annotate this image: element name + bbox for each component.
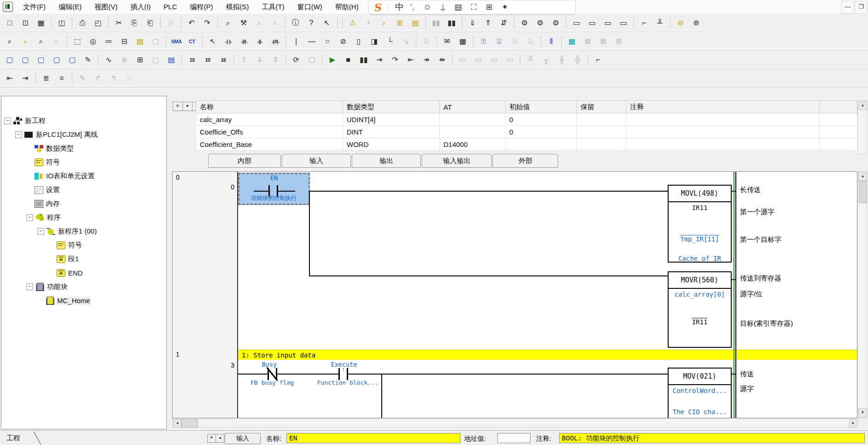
tree-item-段1[interactable]: 段1 bbox=[1, 252, 166, 266]
symbol-cell[interactable] bbox=[440, 113, 506, 126]
scroll-up-icon[interactable]: ▲ bbox=[858, 101, 867, 110]
scroll-down-icon[interactable]: ▼ bbox=[858, 409, 867, 417]
contact-no-icon[interactable]: -| |- bbox=[221, 34, 236, 49]
context-help-icon[interactable]: ↖ bbox=[319, 16, 335, 30]
data-trace-icon[interactable]: ⊞ bbox=[132, 53, 148, 67]
monitor-window-1-icon[interactable]: ▭ bbox=[569, 16, 584, 30]
instruction-movr[interactable]: MOVR(560) calc_array[0] IR11 bbox=[668, 271, 732, 348]
operand[interactable]: calc_array[0] bbox=[669, 291, 731, 298]
menu-item-9[interactable]: 帮助(H) bbox=[329, 1, 365, 13]
sim-skip-icon[interactable]: ⇻ bbox=[434, 53, 450, 67]
fb-tab-输入输出[interactable]: 输入输出 bbox=[422, 154, 492, 168]
symbol-cell[interactable]: Coefficie_Offs bbox=[196, 126, 343, 138]
undo-icon[interactable]: ↶ bbox=[184, 16, 199, 30]
return-corner-icon[interactable]: ⌐ bbox=[590, 53, 606, 67]
open-icon[interactable]: ⊡ bbox=[17, 16, 33, 30]
menu-item-5[interactable]: 编程(P) bbox=[184, 1, 220, 13]
operand[interactable]: Tmp_IR[11] bbox=[669, 235, 731, 243]
scroll-right-icon[interactable]: ► bbox=[849, 419, 857, 427]
list-view-2-icon[interactable]: ≡ bbox=[54, 71, 70, 86]
tree-item-内存[interactable]: 内存 bbox=[1, 197, 166, 211]
contact-or-nc-icon[interactable]: -|#|- bbox=[268, 34, 283, 49]
fb-tab-输入[interactable]: 输入 bbox=[282, 154, 351, 168]
download-symbols-icon[interactable]: ⍗ bbox=[491, 34, 507, 49]
keyboard-icon[interactable]: ▤ bbox=[454, 3, 462, 11]
operand[interactable]: IR11 bbox=[669, 318, 731, 326]
operand[interactable]: ControlWord... bbox=[669, 387, 731, 394]
address-field[interactable] bbox=[497, 433, 530, 443]
tree-expander-icon[interactable]: − bbox=[26, 214, 33, 221]
about-icon[interactable]: ⓘ bbox=[288, 16, 303, 30]
tree-expander-icon[interactable]: − bbox=[26, 283, 33, 290]
tree-item-IO表和单元设置[interactable]: IO表和单元设置 bbox=[1, 169, 166, 183]
window-mnemonic-icon[interactable]: ▢ bbox=[17, 53, 33, 67]
symbol-cell[interactable]: D14000 bbox=[440, 138, 506, 151]
close-io-bar-icon[interactable]: ✕ bbox=[207, 434, 216, 443]
upload-from-plc-icon[interactable]: ⇑ bbox=[480, 16, 496, 30]
monitor-window-4-icon[interactable]: ▭ bbox=[616, 16, 631, 30]
pause-icon[interactable]: ▮▮ bbox=[444, 16, 460, 30]
scroll-thumb[interactable] bbox=[859, 181, 867, 203]
find-icon[interactable]: ⌕ bbox=[220, 16, 236, 30]
download-to-plc-icon[interactable]: ⇓ bbox=[465, 16, 480, 30]
toolbox-icon[interactable]: ⊞ bbox=[486, 3, 492, 11]
show-ct-icon[interactable]: CT bbox=[184, 34, 200, 49]
compare-documents-icon[interactable]: ◫ bbox=[54, 16, 70, 30]
tree-item-设置[interactable]: 设置 bbox=[1, 183, 166, 197]
differential-jump-icon[interactable]: ⌐ bbox=[636, 16, 652, 30]
fb-tab-外部[interactable]: 外部 bbox=[493, 154, 558, 168]
zoom-in-icon[interactable]: ⌕ bbox=[2, 34, 17, 49]
redo-icon[interactable]: ↷ bbox=[199, 16, 215, 30]
comment-field[interactable]: BOOL: 功能块的控制执行 bbox=[559, 433, 865, 443]
zoom-out-icon[interactable]: ⌕ bbox=[33, 34, 49, 49]
program-mode-icon[interactable]: ⚙ bbox=[548, 16, 564, 30]
minimize-button[interactable]: — bbox=[841, 1, 854, 14]
tree-item-新程序1 (00)[interactable]: −新程序1 (00) bbox=[1, 224, 166, 238]
replace-icon[interactable]: ⚒ bbox=[236, 16, 251, 30]
ladder-hscrollbar[interactable]: ◄ ► bbox=[172, 418, 857, 427]
menu-item-7[interactable]: 工具(T) bbox=[256, 1, 291, 13]
symbol-cell[interactable]: 0 bbox=[506, 113, 577, 126]
radix-hex-icon[interactable]: 16 bbox=[216, 53, 231, 67]
restore-button[interactable]: ❐ bbox=[855, 1, 868, 14]
monitor-mode-icon[interactable]: ⚙ bbox=[532, 16, 548, 30]
search-error-icon[interactable]: ⌕ bbox=[376, 16, 392, 30]
custom-icon[interactable]: ✦ bbox=[501, 3, 508, 11]
compile-check-icon[interactable]: ⚠ bbox=[345, 16, 361, 30]
show-sma-icon[interactable]: SMA bbox=[169, 34, 184, 49]
tree-item-新工程[interactable]: −新工程 bbox=[1, 114, 166, 128]
menu-item-3[interactable]: 插入(I) bbox=[124, 1, 157, 13]
symbol-cell[interactable] bbox=[577, 138, 626, 151]
symbol-cell[interactable] bbox=[626, 138, 820, 151]
radix-signed-decimal-icon[interactable]: 10 bbox=[200, 53, 216, 67]
compile-section-icon[interactable]: ✉ bbox=[439, 34, 455, 49]
vertical-line-icon[interactable]: | bbox=[288, 34, 304, 49]
window-symbol-icon[interactable]: ▢ bbox=[33, 53, 49, 67]
hr-monitor-icon[interactable]: ▦ bbox=[564, 34, 580, 49]
symbol-cell[interactable] bbox=[820, 138, 857, 151]
tree-expander-icon[interactable]: − bbox=[15, 131, 22, 138]
tree-item-数据类型[interactable]: 数据类型 bbox=[1, 141, 166, 155]
monitor-window-2-icon[interactable]: ▭ bbox=[584, 16, 600, 30]
menu-item-2[interactable]: 视图(V) bbox=[88, 1, 124, 13]
symbol-cell[interactable] bbox=[506, 138, 577, 151]
collapse-io-bar-icon[interactable]: ◂ bbox=[216, 434, 224, 443]
cut-icon[interactable]: ✂ bbox=[111, 16, 127, 30]
force-lock-icon[interactable]: ⊝ bbox=[673, 16, 688, 30]
symbol-cell[interactable]: 0 bbox=[506, 126, 577, 138]
symbol-table-scrollbar[interactable]: ▲ bbox=[857, 100, 867, 154]
symbol-cell[interactable] bbox=[626, 126, 820, 138]
symbol-table-dock-button[interactable]: ≡ bbox=[173, 102, 183, 111]
tree-item-新PLC1[CJ2M] 离线[interactable]: −新PLC1[CJ2M] 离线 bbox=[1, 128, 166, 141]
menu-item-0[interactable]: 文件(F) bbox=[17, 1, 52, 13]
window-settings-icon[interactable]: ▢ bbox=[64, 53, 80, 67]
window-ladder-icon[interactable]: ▢ bbox=[2, 53, 17, 67]
fb-tab-内部[interactable]: 内部 bbox=[208, 154, 281, 168]
scroll-up-icon[interactable]: ▲ bbox=[858, 172, 867, 181]
tree-item-功能块[interactable]: −功能块 bbox=[1, 280, 166, 293]
symbol-cell[interactable] bbox=[440, 126, 506, 138]
scroll-left-icon[interactable]: ◄ bbox=[173, 419, 181, 427]
radix-decimal-icon[interactable]: 10 bbox=[184, 53, 200, 67]
cross-reference-icon[interactable]: ⊟ bbox=[117, 34, 132, 49]
chinese-mode-icon[interactable]: 中 bbox=[395, 3, 404, 12]
